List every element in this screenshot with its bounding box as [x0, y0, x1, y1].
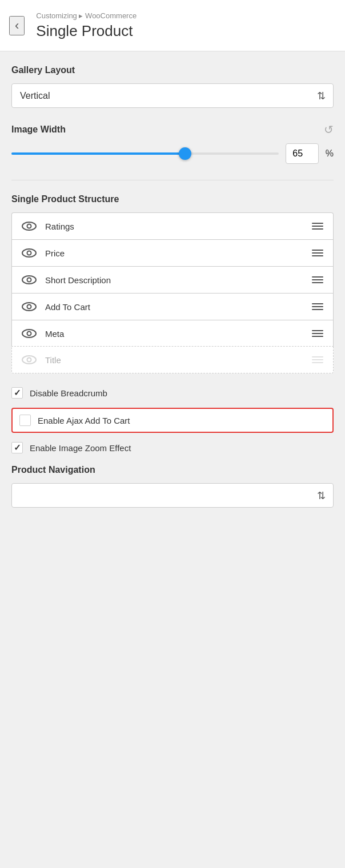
- structure-item-title[interactable]: Title: [11, 346, 334, 373]
- slider-thumb[interactable]: [179, 147, 191, 160]
- drag-icon-ratings: [311, 221, 324, 231]
- header-text: Customizing ▸ WooCommerce Single Product: [36, 11, 137, 40]
- structure-item-short-description[interactable]: Short Description: [11, 266, 334, 293]
- structure-item-ratings[interactable]: Ratings: [11, 212, 334, 239]
- slider-fill: [11, 152, 185, 155]
- drag-icon-meta: [311, 328, 324, 339]
- eye-icon-title: [21, 355, 37, 365]
- structure-item-price[interactable]: Price: [11, 239, 334, 266]
- image-width-label: Image Width: [11, 124, 66, 135]
- header: ‹ Customizing ▸ WooCommerce Single Produ…: [0, 0, 345, 51]
- back-button[interactable]: ‹: [9, 16, 25, 35]
- eye-icon-add-to-cart: [21, 302, 37, 312]
- svg-point-16: [27, 305, 31, 309]
- main-content: Gallery Layout Vertical Horizontal Grid …: [0, 51, 345, 521]
- svg-point-21: [27, 332, 31, 336]
- slider-container[interactable]: [11, 148, 279, 159]
- product-navigation-label: Product Navigation: [11, 465, 334, 475]
- check-mark-enable-zoom: ✓: [14, 443, 21, 453]
- structure-label-title: Title: [45, 355, 311, 365]
- svg-point-25: [22, 356, 36, 364]
- svg-point-20: [22, 329, 36, 337]
- drag-icon-add-to-cart: [311, 302, 324, 312]
- breadcrumb-part2: WooCommerce: [85, 11, 137, 20]
- checkbox-row-disable-breadcrumb: ✓ Disable Breadcrumb: [11, 387, 334, 399]
- gallery-layout-select-wrapper: Vertical Horizontal Grid ⇅: [11, 83, 334, 108]
- eye-icon-ratings: [21, 221, 37, 231]
- drag-icon-price: [311, 248, 324, 258]
- checkbox-enable-zoom[interactable]: ✓: [11, 442, 23, 453]
- checkbox-row-enable-zoom: ✓ Enable Image Zoom Effect: [11, 442, 334, 453]
- eye-icon-short-description: [21, 275, 37, 285]
- page-title: Single Product: [36, 22, 137, 40]
- percent-label: %: [326, 148, 334, 159]
- drag-icon-short-description: [311, 275, 324, 285]
- checkbox-label-enable-ajax: Enable Ajax Add To Cart: [38, 416, 130, 425]
- image-width-reset-button[interactable]: ↺: [324, 124, 334, 135]
- breadcrumb-separator: ▸: [79, 11, 85, 20]
- breadcrumb: Customizing ▸ WooCommerce: [36, 11, 137, 20]
- svg-point-5: [22, 249, 36, 257]
- slider-track: [11, 152, 279, 155]
- structure-list: Ratings Price: [11, 212, 334, 373]
- gallery-layout-label: Gallery Layout: [11, 65, 334, 75]
- eye-icon-meta: [21, 328, 37, 339]
- single-product-structure-label: Single Product Structure: [11, 194, 334, 204]
- structure-label-meta: Meta: [45, 329, 311, 339]
- svg-point-15: [22, 303, 36, 311]
- structure-label-add-to-cart: Add To Cart: [45, 302, 311, 312]
- structure-label-ratings: Ratings: [45, 222, 311, 231]
- gallery-layout-select[interactable]: Vertical Horizontal Grid: [11, 83, 334, 108]
- structure-label-short-description: Short Description: [45, 275, 311, 285]
- check-mark-disable-breadcrumb: ✓: [14, 388, 21, 398]
- checkbox-enable-ajax[interactable]: [19, 415, 31, 426]
- checkbox-label-disable-breadcrumb: Disable Breadcrumb: [30, 388, 107, 398]
- product-navigation-select-wrapper: ⇅: [11, 483, 334, 508]
- breadcrumb-part1: Customizing: [36, 11, 77, 20]
- checkbox-label-enable-zoom: Enable Image Zoom Effect: [30, 443, 131, 453]
- divider: [11, 180, 334, 180]
- drag-icon-title: [311, 355, 324, 365]
- checkbox-row-enable-ajax: Enable Ajax Add To Cart: [11, 408, 334, 433]
- image-width-header: Image Width ↺: [11, 124, 334, 135]
- structure-label-price: Price: [45, 248, 311, 258]
- svg-point-1: [27, 224, 31, 228]
- svg-point-26: [27, 358, 31, 362]
- svg-point-10: [22, 276, 36, 284]
- structure-item-add-to-cart[interactable]: Add To Cart: [11, 293, 334, 320]
- svg-point-6: [27, 251, 31, 255]
- checkbox-disable-breadcrumb[interactable]: ✓: [11, 387, 23, 399]
- svg-point-0: [22, 222, 36, 230]
- image-width-input[interactable]: [286, 143, 319, 164]
- eye-icon-price: [21, 248, 37, 258]
- structure-item-meta[interactable]: Meta: [11, 320, 334, 347]
- svg-point-11: [27, 278, 31, 282]
- image-width-slider-row: %: [11, 143, 334, 164]
- product-navigation-select[interactable]: [11, 483, 334, 508]
